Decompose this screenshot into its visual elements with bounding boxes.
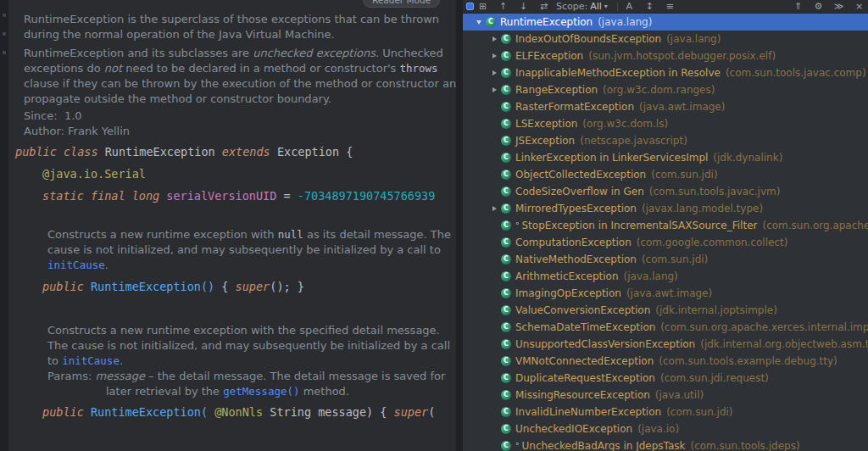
code-token: -7034897190745766939 <box>298 189 436 203</box>
code-token: throws <box>399 62 437 75</box>
scope-dropdown[interactable]: Scope: All ▾ <box>556 1 608 12</box>
tree-row[interactable]: CRangeException(org.w3c.dom.ranges) <box>463 81 868 98</box>
class-icon: C <box>501 254 511 264</box>
tree-row[interactable]: CMissingResourceException(java.util) <box>463 387 868 404</box>
code-token: = <box>283 189 297 203</box>
editor-lines: RuntimeException is the superclass of th… <box>8 12 456 420</box>
tree-row[interactable]: CRasterFormatException(java.awt.image) <box>463 98 868 115</box>
chevron-down-icon[interactable] <box>473 20 485 25</box>
code-token: clause if they can be thrown by the exec… <box>24 77 456 90</box>
flatten-packages-icon[interactable]: ≡ <box>665 1 676 13</box>
tree-row[interactable]: CObjectCollectedException(com.sun.jdi) <box>463 166 868 183</box>
class-name: ELFException <box>515 50 583 62</box>
class-hierarchy-icon[interactable]: ⊞ <box>477 1 488 13</box>
class-icon: C <box>501 119 511 129</box>
class-name: LinkerException in LinkerServicesImpl <box>515 152 708 164</box>
class-name: CodeSizeOverflow in Gen <box>515 186 644 198</box>
tree-row[interactable]: CComputationException(com.google.common.… <box>463 234 868 251</box>
chevron-right-icon[interactable] <box>488 70 500 75</box>
tree-row[interactable]: CImagingOpException(java.awt.image) <box>463 285 868 302</box>
tree-row[interactable]: CInvalidLineNumberException(com.sun.jdi) <box>463 404 868 420</box>
editor-line: initCause. <box>8 258 456 273</box>
panel-divider[interactable] <box>456 0 463 451</box>
tree-row[interactable]: CRuntimeException(java.lang) <box>463 14 868 31</box>
hide-panel-icon[interactable]: ≫ <box>833 1 844 13</box>
chevron-right-icon[interactable] <box>488 53 500 58</box>
hierarchy-toolbar: ⊞↑↓⇄ Scope: All ▾ A↕≡ ⇑⚙≫× <box>463 0 868 14</box>
tree-row[interactable]: CValueConversionException(jdk.internal.j… <box>463 302 868 319</box>
code-token: method. <box>300 385 349 398</box>
subtypes-hierarchy-icon[interactable]: ↓ <box>518 1 529 13</box>
tree-row[interactable]: CCodeSizeOverflow in Gen(com.sun.tools.j… <box>463 183 868 200</box>
code-token: Since: 1.0 <box>24 109 82 122</box>
package-label: (com.sun.tools.example.debug.tty) <box>659 355 837 367</box>
doc-link[interactable]: initCause <box>47 259 105 271</box>
package-label: (com.google.common.collect) <box>637 237 788 248</box>
class-icon: C <box>501 424 511 434</box>
class-icon: C <box>501 339 511 349</box>
tree-row[interactable]: CArithmeticException(java.lang) <box>463 268 868 285</box>
hierarchy-panel-icon[interactable] <box>466 3 474 10</box>
tree-row[interactable]: CVMNotConnectedException(com.sun.tools.e… <box>463 353 868 370</box>
chevron-right-icon[interactable] <box>488 87 500 92</box>
code-token: Exception <box>277 145 346 159</box>
class-name: InapplicableMethodException in Resolve <box>515 67 721 79</box>
chevron-right-icon[interactable] <box>488 206 500 211</box>
sort-by-type-icon[interactable]: ↕ <box>644 1 655 13</box>
class-name: SchemaDateTimeException <box>515 321 655 333</box>
doc-link[interactable]: getMessage() <box>223 385 299 398</box>
tree-row[interactable]: CELFException(sun.jvm.hotspot.debugger.p… <box>463 47 868 64</box>
settings-gear-icon[interactable]: ⚙ <box>813 1 824 13</box>
tree-row[interactable]: CDuplicateRequestException(com.sun.jdi.r… <box>463 370 868 387</box>
editor-pane[interactable]: Reader Mode RuntimeException is the supe… <box>8 0 456 451</box>
tree-row[interactable]: CIndexOutOfBoundsException(java.lang) <box>463 31 868 47</box>
class-name: StopException in IncrementalSAXSource_Fi… <box>522 220 758 231</box>
close-icon[interactable]: × <box>854 1 865 13</box>
tree-row[interactable]: C°UncheckedBadArgs in JdepsTask(com.sun.… <box>463 437 868 451</box>
tree-row[interactable]: C°StopException in IncrementalSAXSource_… <box>463 217 868 234</box>
package-label: (com.sun.jdi) <box>666 406 732 418</box>
code-token: – the detail message. The detail message… <box>145 370 445 382</box>
editor-line: exceptions do not need to be declared in… <box>8 61 456 76</box>
class-icon: C <box>501 136 511 146</box>
editor-line: cause is not initialized, and may subseq… <box>8 242 456 258</box>
supertypes-hierarchy-icon[interactable]: ↑ <box>498 1 509 13</box>
tree-row[interactable]: CLSException(org.w3c.dom.ls) <box>463 115 868 132</box>
tree-row[interactable]: CSchemaDateTimeException(com.sun.org.apa… <box>463 319 868 336</box>
package-label: (org.w3c.dom.ranges) <box>603 84 715 96</box>
code-token: super <box>394 405 429 419</box>
tree-row[interactable]: CInapplicableMethodException in Resolve(… <box>463 64 868 81</box>
package-label: (com.sun.jdi.request) <box>660 372 769 384</box>
package-label: (com.sun.tools.jdeps) <box>690 440 799 451</box>
code-token: public <box>42 280 91 293</box>
sort-alphabetically-icon[interactable]: A <box>624 1 635 13</box>
code-token: public <box>42 405 91 419</box>
doc-link[interactable]: initCause <box>62 354 120 367</box>
class-name: VMNotConnectedException <box>515 355 654 367</box>
class-name: ArithmeticException <box>515 270 619 282</box>
tree-row[interactable]: CUnsupportedClassVersionException(jdk.in… <box>463 336 868 353</box>
chevron-right-icon[interactable] <box>488 36 500 42</box>
editor-line: Since: 1.0 <box>8 109 456 124</box>
class-name: ValueConversionException <box>515 304 650 316</box>
package-label: (com.sun.tools.javac.jvm) <box>649 186 781 198</box>
tree-row[interactable]: CLinkerException in LinkerServicesImpl(j… <box>463 149 868 166</box>
code-token: @NonNls <box>214 405 270 419</box>
code-token: Params: <box>47 370 95 382</box>
editor-line: Constructs a new runtime exception with … <box>8 323 456 338</box>
reader-mode-toggle[interactable]: Reader Mode <box>363 0 440 8</box>
code-token: serialVersionUID <box>166 189 283 203</box>
switch-view-icon[interactable]: ⇄ <box>538 1 549 13</box>
editor-line: RuntimeException is the superclass of th… <box>8 12 456 27</box>
class-name: UncheckedBadArgs in JdepsTask <box>522 440 686 451</box>
class-icon: C <box>501 68 511 78</box>
tree-row[interactable]: CUncheckedIOException(java.io) <box>463 420 868 437</box>
tree-row[interactable]: CMirroredTypesException(javax.lang.model… <box>463 200 868 217</box>
class-name: LSException <box>515 118 577 130</box>
export-icon[interactable]: ⇑ <box>793 1 804 13</box>
tree-row[interactable]: CJSException(netscape.javascript) <box>463 132 868 149</box>
class-icon: C <box>501 153 511 163</box>
class-icon: C <box>501 51 511 61</box>
class-icon: C <box>501 203 511 214</box>
tree-row[interactable]: CNativeMethodException(com.sun.jdi) <box>463 251 868 268</box>
